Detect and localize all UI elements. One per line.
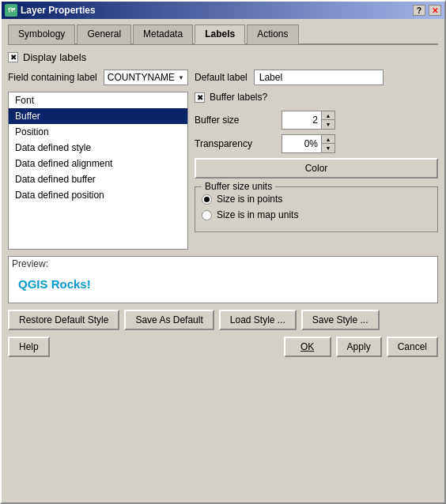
buffer-size-spinbox[interactable]: ▲ ▼: [282, 111, 335, 130]
buffer-size-down-button[interactable]: ▼: [322, 120, 334, 129]
buffer-size-input[interactable]: [282, 111, 321, 130]
group-box-label: Buffer size units: [202, 181, 275, 192]
field-dropdown-value: COUNTYNAME: [108, 72, 175, 83]
list-item-position[interactable]: Position: [9, 124, 187, 140]
cancel-button[interactable]: Cancel: [387, 337, 438, 357]
list-item-data-defined-style[interactable]: Data defined style: [9, 140, 187, 156]
content-area: Symbology General Metadata Labels Action…: [2, 19, 444, 363]
field-dropdown[interactable]: COUNTYNAME ▼: [104, 70, 188, 85]
tab-symbology[interactable]: Symbology: [8, 24, 75, 44]
radio-map[interactable]: [202, 210, 212, 220]
list-item-data-defined-alignment[interactable]: Data defined alignment: [9, 156, 187, 171]
transparency-input[interactable]: [282, 134, 321, 153]
left-panel: Font Buffer Position Data defined style …: [8, 92, 188, 250]
close-button[interactable]: ✕: [429, 5, 441, 16]
load-style-button[interactable]: Load Style ...: [219, 310, 297, 330]
tab-metadata[interactable]: Metadata: [133, 24, 193, 44]
radio-points-row: Size is in points: [202, 194, 431, 205]
save-as-default-button[interactable]: Save As Default: [124, 310, 214, 330]
buffer-size-up-button[interactable]: ▲: [322, 111, 334, 120]
tab-general[interactable]: General: [77, 24, 131, 44]
radio-map-row: Size is in map units: [202, 209, 431, 220]
list-item-data-defined-buffer[interactable]: Data defined buffer: [9, 171, 187, 187]
preview-content: QGIS Rocks!: [9, 271, 437, 297]
save-style-button[interactable]: Save Style ...: [301, 310, 380, 330]
properties-list[interactable]: Font Buffer Position Data defined style …: [8, 92, 188, 250]
list-item-font[interactable]: Font: [9, 92, 187, 108]
restore-default-style-button[interactable]: Restore Default Style: [8, 310, 119, 330]
transparency-row: Transparency ▲ ▼: [195, 134, 438, 153]
action-buttons: Help OK Apply Cancel: [8, 337, 438, 357]
radio-points-label: Size is in points: [217, 194, 282, 205]
buffer-size-row: Buffer size ▲ ▼: [195, 111, 438, 130]
ok-button-label: OK: [300, 341, 314, 352]
help-action-button[interactable]: Help: [8, 337, 50, 357]
list-item-data-defined-position[interactable]: Data defined position: [9, 187, 187, 203]
transparency-up-button[interactable]: ▲: [322, 135, 334, 144]
help-button[interactable]: ?: [413, 5, 425, 16]
tab-labels[interactable]: Labels: [195, 24, 245, 44]
window-title: Layer Properties: [21, 5, 410, 16]
radio-dot-points: [204, 197, 210, 202]
buffer-labels-checkbox[interactable]: ✖: [195, 92, 205, 103]
color-button[interactable]: Color: [195, 158, 438, 179]
transparency-spin-buttons: ▲ ▼: [321, 134, 335, 153]
field-row: Field containing label COUNTYNAME ▼ Defa…: [8, 70, 438, 85]
right-panel: ✖ Buffer labels? Buffer size ▲ ▼: [195, 92, 438, 250]
buffer-size-spin-buttons: ▲ ▼: [321, 111, 335, 130]
main-area: Font Buffer Position Data defined style …: [8, 92, 438, 250]
display-labels-row: ✖ Display labels: [8, 51, 438, 63]
radio-points[interactable]: [202, 194, 212, 205]
buffer-labels-label: Buffer labels?: [210, 92, 267, 103]
buffer-size-units-group: Buffer size units Size is in points Size…: [195, 186, 438, 232]
apply-button[interactable]: Apply: [336, 337, 382, 357]
buffer-labels-row: ✖ Buffer labels?: [195, 92, 438, 103]
radio-map-label: Size is in map units: [217, 209, 298, 220]
preview-label: Preview:: [9, 257, 437, 271]
layer-properties-window: 🗺 Layer Properties ? ✕ Symbology General…: [0, 0, 446, 504]
display-labels-checkbox[interactable]: ✖: [8, 52, 18, 62]
display-labels-label: Display labels: [23, 51, 86, 63]
tabs: Symbology General Metadata Labels Action…: [8, 24, 438, 45]
ok-button[interactable]: OK: [284, 337, 331, 357]
transparency-down-button[interactable]: ▼: [322, 144, 334, 152]
style-buttons: Restore Default Style Save As Default Lo…: [8, 310, 438, 330]
window-icon: 🗺: [5, 4, 17, 17]
transparency-label: Transparency: [195, 138, 282, 149]
default-label-input[interactable]: [254, 70, 384, 85]
tab-actions[interactable]: Actions: [247, 24, 298, 44]
field-label: Field containing label: [8, 72, 97, 83]
preview-section: Preview: QGIS Rocks!: [8, 256, 438, 303]
buffer-size-label: Buffer size: [195, 115, 282, 126]
dropdown-arrow-icon: ▼: [178, 74, 184, 81]
default-label-text: Default label: [195, 72, 248, 83]
transparency-spinbox[interactable]: ▲ ▼: [282, 134, 335, 153]
list-item-buffer[interactable]: Buffer: [9, 108, 187, 124]
action-right-buttons: OK Apply Cancel: [284, 337, 438, 357]
title-bar: 🗺 Layer Properties ? ✕: [2, 2, 444, 19]
